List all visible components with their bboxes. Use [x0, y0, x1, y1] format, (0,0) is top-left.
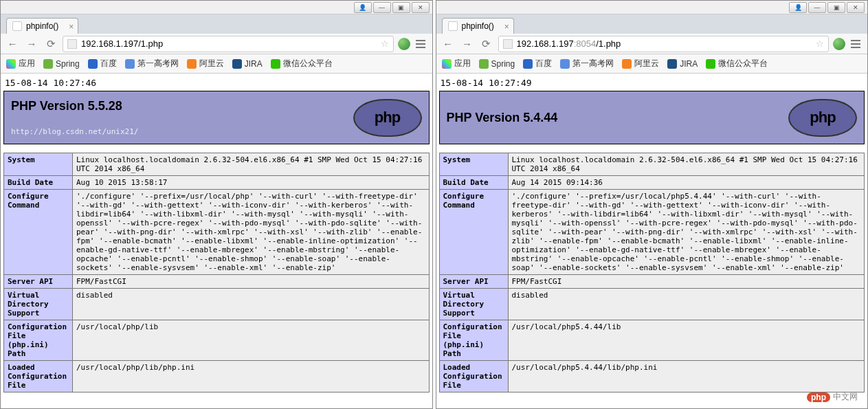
address-bar-row: ← → ⟳ 192.168.1.197:8054/1.php ☆: [436, 34, 868, 54]
table-row: Configuration File (php.ini) Path/usr/lo…: [439, 320, 865, 361]
row-key: Configure Command: [439, 190, 508, 275]
phpinfo-table: SystemLinux localhost.localdomain 2.6.32…: [3, 153, 430, 393]
close-button[interactable]: ✕: [847, 2, 865, 13]
user-icon[interactable]: 👤: [789, 2, 807, 13]
url-input[interactable]: 192.168.1.197:8054/1.php ☆: [498, 36, 830, 52]
window-titlebar: 👤 — ▣ ✕: [436, 1, 868, 14]
bookmark-star-icon[interactable]: ☆: [381, 38, 389, 49]
bookmark-star-icon[interactable]: ☆: [816, 38, 824, 49]
table-row: Build DateAug 10 2015 13:58:17: [4, 176, 430, 190]
timestamp-text: 15-08-14 10:27:46: [3, 76, 430, 91]
bookmark-item[interactable]: 第一高考网: [125, 58, 179, 69]
reload-button[interactable]: ⟳: [479, 36, 494, 52]
browser-tab[interactable]: phpinfo() ×: [6, 18, 78, 34]
back-button[interactable]: ←: [5, 36, 20, 52]
bookmark-item[interactable]: 微信公众平台: [271, 58, 333, 69]
row-key: System: [4, 153, 73, 176]
bookmark-label: 第一高考网: [572, 58, 614, 69]
forward-button[interactable]: →: [460, 36, 475, 52]
user-icon[interactable]: 👤: [354, 2, 372, 13]
tab-title: phpinfo(): [26, 21, 58, 31]
table-row: Build DateAug 14 2015 09:14:36: [439, 176, 865, 190]
row-key: Configuration File (php.ini) Path: [439, 320, 508, 361]
row-key: System: [439, 153, 508, 176]
table-row: Server APIFPM/FastCGI: [439, 275, 865, 289]
bookmark-label: 微信公众平台: [718, 58, 768, 69]
tab-close-icon[interactable]: ×: [504, 22, 509, 32]
phpinfo-header: PHP Version 5.5.28 http://blog.csdn.net/…: [3, 91, 430, 144]
table-row: Virtual Directory Supportdisabled: [4, 289, 430, 320]
row-value: Aug 14 2015 09:14:36: [508, 176, 865, 190]
bookmark-item[interactable]: 第一高考网: [560, 58, 614, 69]
minimize-button[interactable]: —: [373, 2, 391, 13]
bookmark-item[interactable]: 百度: [523, 58, 552, 69]
bookmark-label: Spring: [491, 59, 515, 69]
close-button[interactable]: ✕: [412, 2, 430, 13]
forward-button[interactable]: →: [24, 36, 39, 52]
row-value: './configure' '--prefix=/usr/local/php5.…: [508, 190, 865, 275]
table-row: Virtual Directory Supportdisabled: [439, 289, 865, 320]
row-key: Build Date: [439, 176, 508, 190]
bookmark-label: 阿里云: [199, 58, 224, 69]
bookmark-item[interactable]: 微信公众平台: [706, 58, 768, 69]
phpinfo-table: SystemLinux localhost.localdomain 2.6.32…: [439, 153, 865, 393]
php-logo-icon: php: [353, 99, 422, 137]
row-value: /usr/local/php5.4.44/lib: [508, 320, 865, 361]
bookmark-label: 阿里云: [634, 58, 659, 69]
php-version-title: PHP Version 5.5.28: [11, 99, 138, 113]
reload-button[interactable]: ⟳: [43, 36, 58, 52]
row-value: FPM/FastCGI: [73, 275, 430, 289]
favicon-icon: [448, 21, 458, 31]
row-key: Server API: [439, 275, 508, 289]
row-value: disabled: [73, 289, 430, 320]
back-button[interactable]: ←: [441, 36, 456, 52]
table-row: SystemLinux localhost.localdomain 2.6.32…: [4, 153, 430, 176]
bookmarks-bar: 应用 Spring百度第一高考网阿里云JIRA微信公众平台: [436, 54, 868, 74]
table-row: Configuration File (php.ini) Path/usr/lo…: [4, 320, 430, 361]
timestamp-text: 15-08-14 10:27:49: [439, 76, 865, 91]
header-sublink[interactable]: http://blog.csdn.net/unix21/: [11, 127, 138, 136]
apps-button[interactable]: 应用: [6, 58, 35, 69]
php-version-title: PHP Version 5.4.44: [447, 111, 558, 125]
bookmark-label: JIRA: [245, 59, 263, 69]
url-text: 192.168.1.197/1.php: [81, 38, 381, 49]
row-key: Loaded Configuration File: [439, 361, 508, 393]
bookmark-label: 第一高考网: [137, 58, 179, 69]
row-value: Aug 10 2015 13:58:17: [73, 176, 430, 190]
bookmark-item[interactable]: JIRA: [232, 59, 263, 69]
bookmark-item[interactable]: 阿里云: [187, 58, 224, 69]
apps-button[interactable]: 应用: [442, 58, 471, 69]
bookmark-label: 微信公众平台: [283, 58, 333, 69]
menu-button[interactable]: [413, 36, 428, 52]
tab-close-icon[interactable]: ×: [69, 22, 74, 32]
row-key: Configure Command: [4, 190, 73, 275]
bookmark-item[interactable]: 阿里云: [622, 58, 659, 69]
page-content: 15-08-14 10:27:46 PHP Version 5.5.28 htt…: [1, 74, 432, 408]
browser-window-right: 👤 — ▣ ✕ phpinfo() × ← → ⟳ 192.168.1.197:…: [436, 0, 869, 409]
globe-icon[interactable]: [833, 38, 845, 50]
bookmark-item[interactable]: Spring: [479, 59, 515, 69]
globe-icon[interactable]: [398, 38, 410, 50]
browser-window-left: 👤 — ▣ ✕ phpinfo() × ← → ⟳ 192.168.1.197/…: [0, 0, 433, 409]
minimize-button[interactable]: —: [808, 2, 826, 13]
row-value: /usr/local/php5.4.44/lib/php.ini: [508, 361, 865, 393]
bookmark-item[interactable]: 百度: [88, 58, 117, 69]
page-content: 15-08-14 10:27:49 PHP Version 5.4.44 php…: [436, 74, 868, 408]
url-input[interactable]: 192.168.1.197/1.php ☆: [63, 36, 394, 52]
row-value: disabled: [508, 289, 865, 320]
maximize-button[interactable]: ▣: [827, 2, 845, 13]
page-icon: [67, 39, 77, 49]
bookmark-label: 百度: [100, 58, 117, 69]
table-row: Loaded Configuration File/usr/local/php5…: [439, 361, 865, 393]
row-value: Linux localhost.localdomain 2.6.32-504.e…: [73, 153, 430, 176]
bookmark-item[interactable]: Spring: [43, 59, 80, 69]
bookmark-label: 百度: [535, 58, 552, 69]
php-logo-icon: php: [788, 99, 857, 137]
row-key: Virtual Directory Support: [4, 289, 73, 320]
browser-tab[interactable]: phpinfo() ×: [442, 18, 514, 34]
row-value: FPM/FastCGI: [508, 275, 865, 289]
table-row: Configure Command'./configure' '--prefix…: [4, 190, 430, 275]
bookmark-item[interactable]: JIRA: [667, 59, 698, 69]
maximize-button[interactable]: ▣: [392, 2, 410, 13]
menu-button[interactable]: [848, 36, 863, 52]
